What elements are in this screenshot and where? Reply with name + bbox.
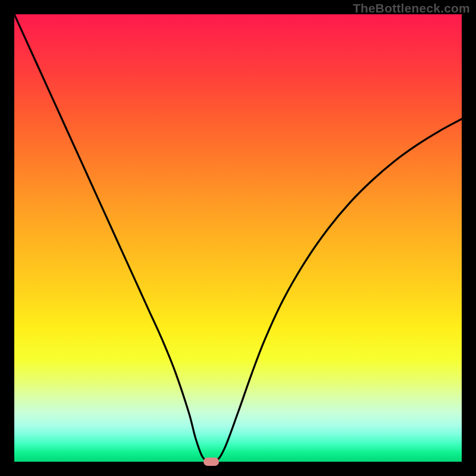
watermark-text: TheBottleneck.com	[353, 1, 470, 15]
chart-frame: TheBottleneck.com	[0, 0, 476, 476]
bottleneck-curve	[14, 14, 462, 462]
optimum-marker	[203, 458, 219, 466]
curve-layer	[14, 14, 462, 462]
plot-area	[14, 14, 462, 462]
